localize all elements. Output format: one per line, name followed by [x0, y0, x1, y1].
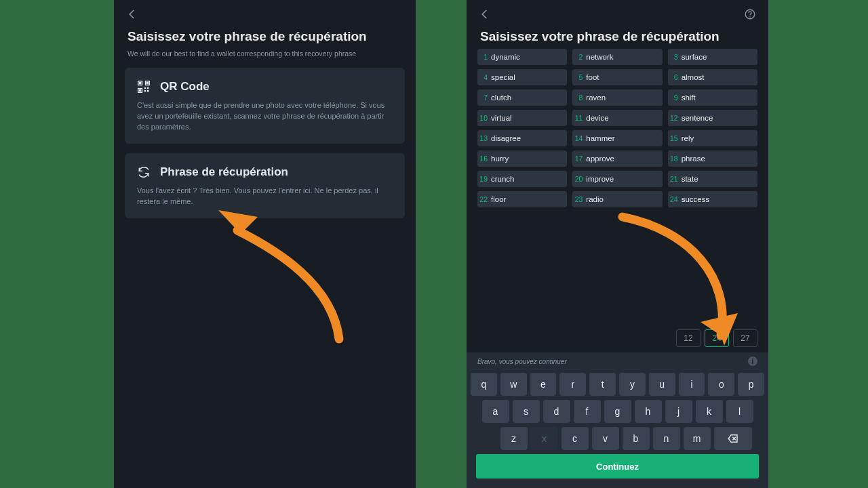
recovery-word-cell[interactable]: 8raven [572, 89, 662, 106]
card-desc: Vous l'avez écrit ? Très bien. Vous pouv… [137, 186, 393, 207]
word-index: 17 [572, 155, 586, 163]
key-w[interactable]: w [500, 373, 527, 396]
recovery-word-cell[interactable]: 10virtual [477, 110, 567, 126]
key-backspace[interactable] [714, 427, 752, 450]
input-hint: Bravo, vous pouvez continuer [477, 358, 567, 365]
key-m[interactable]: m [684, 427, 711, 450]
key-z[interactable]: z [500, 427, 528, 450]
recovery-word-cell[interactable]: 12sentence [668, 110, 757, 126]
word-index: 20 [572, 175, 586, 183]
recovery-word-cell[interactable]: 3surface [668, 49, 757, 65]
recovery-word-cell[interactable]: 9shift [668, 89, 757, 106]
qr-code-icon [137, 80, 151, 94]
topbar [114, 0, 416, 24]
recovery-word-cell[interactable]: 2network [572, 49, 662, 65]
recovery-word-cell[interactable]: 22floor [477, 191, 567, 207]
word-index: 19 [477, 175, 491, 183]
card-desc: C'est aussi simple que de prendre une ph… [137, 100, 393, 133]
card-qr-code[interactable]: QR Code C'est aussi simple que de prendr… [125, 68, 405, 144]
key-e[interactable]: e [530, 373, 557, 396]
recovery-word-cell[interactable]: 13disagree [477, 130, 567, 146]
key-o[interactable]: o [708, 373, 734, 396]
key-x[interactable]: x [531, 427, 558, 450]
help-button[interactable] [743, 7, 757, 22]
svg-rect-5 [140, 89, 141, 91]
word-text: raven [586, 94, 606, 102]
key-r[interactable]: r [559, 373, 586, 396]
word-text: special [491, 73, 515, 81]
key-n[interactable]: n [653, 427, 680, 450]
key-k[interactable]: k [696, 400, 723, 423]
word-text: hammer [586, 134, 614, 142]
help-icon [744, 8, 756, 20]
back-button[interactable] [125, 7, 140, 22]
recovery-word-cell[interactable]: 20improve [572, 171, 662, 187]
recovery-word-cell[interactable]: 6almost [668, 69, 757, 85]
key-l[interactable]: l [726, 400, 753, 423]
key-u[interactable]: u [649, 373, 675, 396]
word-index: 16 [477, 155, 491, 163]
word-text: almost [682, 73, 705, 81]
key-g[interactable]: g [604, 400, 631, 423]
key-y[interactable]: y [619, 373, 646, 396]
recovery-word-cell[interactable]: 1dynamic [477, 49, 567, 65]
recovery-word-cell[interactable]: 24success [668, 191, 757, 207]
phone-screen-left: Saisissez votre phrase de récupération W… [114, 0, 416, 488]
recovery-word-cell[interactable]: 11device [572, 110, 662, 126]
recovery-word-cell[interactable]: 23radio [572, 191, 662, 207]
word-index: 23 [572, 195, 586, 203]
recovery-word-cell[interactable]: 14hammer [572, 130, 662, 146]
recovery-word-cell[interactable]: 4special [477, 69, 567, 85]
key-a[interactable]: a [482, 400, 509, 423]
word-text: floor [491, 195, 506, 203]
key-j[interactable]: j [665, 400, 692, 423]
key-i[interactable]: i [679, 373, 705, 396]
word-count-option-24[interactable]: 24 [705, 329, 729, 347]
phone-screen-right: Saisissez votre phrase de récupération 1… [467, 0, 768, 488]
word-text: network [586, 53, 613, 61]
word-index: 1 [477, 53, 491, 61]
recovery-word-cell[interactable]: 5foot [572, 69, 662, 85]
recovery-word-cell[interactable]: 21state [668, 171, 757, 187]
recovery-word-cell[interactable]: 19crunch [477, 171, 567, 187]
key-h[interactable]: h [635, 400, 662, 423]
word-index: 21 [668, 175, 682, 183]
backspace-icon [727, 432, 739, 445]
key-t[interactable]: t [589, 373, 616, 396]
refresh-icon [137, 165, 151, 179]
back-button[interactable] [477, 7, 492, 22]
key-s[interactable]: s [513, 400, 540, 423]
key-q[interactable]: q [471, 373, 497, 396]
recovery-word-cell[interactable]: 7clutch [477, 89, 567, 106]
info-icon[interactable]: i [748, 357, 757, 366]
word-count-toggle: 122427 [467, 329, 768, 347]
key-f[interactable]: f [574, 400, 601, 423]
word-index: 15 [668, 134, 682, 142]
word-index: 11 [572, 114, 586, 122]
word-text: foot [586, 73, 599, 81]
word-text: sentence [682, 114, 713, 122]
word-index: 24 [668, 195, 682, 203]
key-v[interactable]: v [592, 427, 619, 450]
word-count-option-12[interactable]: 12 [676, 329, 701, 347]
word-text: radio [586, 195, 604, 203]
key-c[interactable]: c [561, 427, 589, 450]
svg-rect-6 [144, 87, 146, 89]
key-b[interactable]: b [623, 427, 650, 450]
card-recovery-phrase[interactable]: Phrase de récupération Vous l'avez écrit… [125, 153, 405, 218]
word-index: 6 [668, 73, 682, 81]
recovery-word-cell[interactable]: 15rely [668, 130, 757, 146]
page-title: Saisissez votre phrase de récupération [127, 28, 402, 45]
recovery-word-cell[interactable]: 16hurry [477, 150, 567, 167]
recovery-word-cell[interactable]: 17approve [572, 150, 662, 167]
word-text: approve [586, 155, 614, 163]
continue-button[interactable]: Continuez [476, 454, 759, 479]
key-d[interactable]: d [543, 400, 570, 423]
word-count-option-27[interactable]: 27 [733, 329, 757, 347]
key-p[interactable]: p [738, 373, 764, 396]
arrow-left-icon [479, 8, 491, 20]
word-index: 7 [477, 94, 491, 102]
svg-rect-9 [147, 90, 149, 92]
recovery-word-cell[interactable]: 18phrase [668, 150, 757, 167]
word-text: crunch [491, 175, 515, 183]
